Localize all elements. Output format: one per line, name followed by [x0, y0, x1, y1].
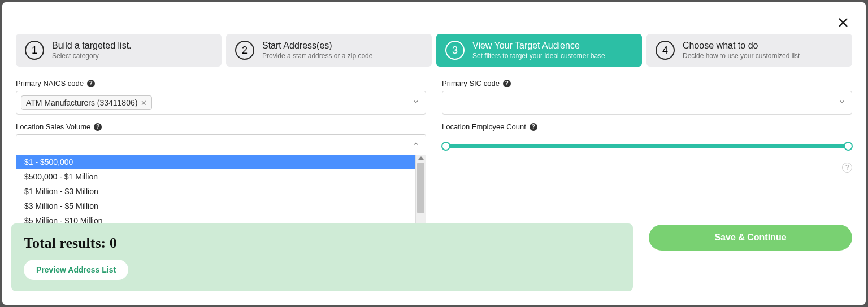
chip-label: ATM Manufacturers (33411806) [26, 98, 137, 107]
step-title: View Your Target Audience [472, 41, 605, 51]
slider-track [442, 144, 852, 148]
step-subtitle: Decide how to use your customized list [683, 52, 800, 60]
filter-modal: 1 Build a targeted list. Select category… [2, 2, 866, 305]
step-subtitle: Provide a start address or a zip code [262, 52, 372, 60]
chevron-down-icon [412, 98, 420, 108]
step-subtitle: Set filters to target your ideal custome… [472, 52, 605, 60]
right-column: Primary SIC code ? Location Employee Cou… [442, 79, 852, 242]
sic-select[interactable] [442, 91, 852, 115]
naics-label: Primary NAICS code ? [16, 79, 426, 87]
step-number: 3 [445, 41, 465, 60]
results-panel: Total results: 0 Preview Address List [11, 223, 633, 291]
dropdown-option[interactable]: $1 - $500,000 [16, 155, 415, 169]
save-continue-button[interactable]: Save & Continue [649, 225, 852, 251]
label-text: Primary NAICS code [16, 79, 84, 87]
help-icon[interactable]: ? [87, 80, 95, 87]
close-icon[interactable] [835, 15, 851, 30]
results-headline: Total results: 0 [24, 235, 620, 252]
help-icon[interactable]: ? [530, 123, 537, 131]
step-title: Start Address(es) [262, 41, 372, 51]
step-subtitle: Select category [52, 52, 132, 60]
help-icon[interactable]: ? [94, 123, 102, 131]
naics-chip[interactable]: ATM Manufacturers (33411806) ✕ [21, 95, 152, 110]
step-number: 2 [235, 41, 254, 60]
step-1[interactable]: 1 Build a targeted list. Select category [16, 34, 222, 67]
step-4[interactable]: 4 Choose what to do Decide how to use yo… [646, 34, 852, 67]
step-3[interactable]: 3 View Your Target Audience Set filters … [436, 34, 642, 67]
scrollbar-thumb[interactable] [417, 163, 424, 213]
dropdown-option[interactable]: $500,000 - $1 Million [16, 169, 415, 184]
chip-remove-icon[interactable]: ✕ [141, 99, 147, 107]
step-number: 1 [25, 41, 44, 60]
help-icon[interactable]: ? [842, 163, 852, 173]
help-icon[interactable]: ? [503, 80, 511, 87]
sic-label: Primary SIC code ? [442, 79, 852, 87]
sales-volume-select[interactable] [16, 134, 426, 155]
label-text: Location Employee Count [442, 122, 526, 131]
slider-handle-max[interactable] [844, 142, 853, 151]
results-label: Total results: [24, 235, 106, 251]
step-2[interactable]: 2 Start Address(es) Provide a start addr… [226, 34, 432, 67]
step-title: Build a targeted list. [52, 41, 132, 51]
step-title: Choose what to do [683, 41, 800, 51]
sales-volume-label: Location Sales Volume ? [16, 122, 426, 131]
results-count: 0 [110, 235, 117, 251]
employee-count-slider[interactable]: ? [442, 134, 852, 148]
chevron-down-icon [838, 98, 846, 108]
dropdown-option[interactable]: $1 Million - $3 Million [16, 184, 415, 199]
slider-handle-min[interactable] [441, 142, 450, 151]
wizard-steps: 1 Build a targeted list. Select category… [16, 34, 852, 67]
left-column: Primary NAICS code ? ATM Manufacturers (… [16, 79, 426, 242]
label-text: Primary SIC code [442, 79, 500, 87]
employee-count-label: Location Employee Count ? [442, 122, 852, 131]
naics-select[interactable]: ATM Manufacturers (33411806) ✕ [16, 91, 426, 115]
step-number: 4 [656, 41, 675, 60]
label-text: Location Sales Volume [16, 122, 90, 131]
dropdown-option[interactable]: $3 Million - $5 Million [16, 199, 415, 213]
preview-address-list-button[interactable]: Preview Address List [24, 260, 128, 280]
chevron-up-icon [412, 140, 420, 150]
